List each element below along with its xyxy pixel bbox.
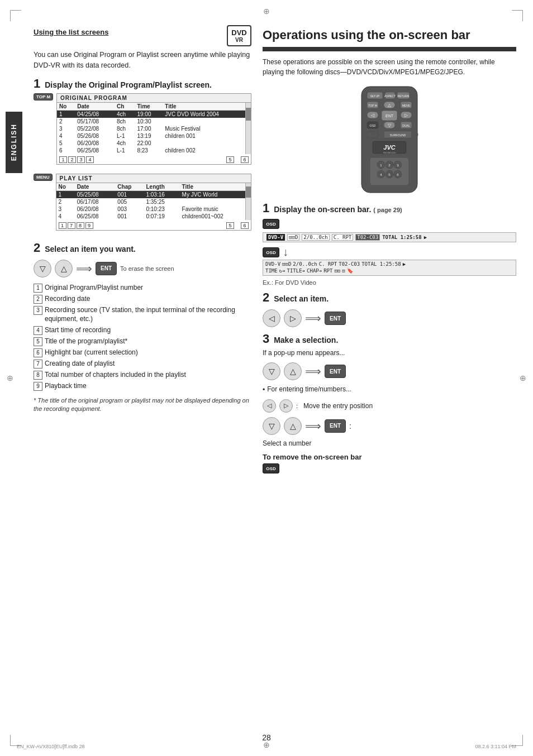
item-num-2: 2 (34, 295, 42, 304)
pl-r4-title: children001~002 (180, 213, 251, 220)
pl-scrollbar-thumb[interactable] (246, 186, 251, 198)
pl-scrollbar[interactable] (245, 183, 251, 220)
down-arrow-button[interactable]: ▽ (34, 260, 51, 277)
enter-button[interactable]: ENT (96, 262, 117, 275)
pl-r3-chap: 003 (115, 205, 144, 213)
up-arrow-select[interactable]: △ (284, 417, 302, 435)
up-arrow-button-3[interactable]: △ (284, 362, 302, 380)
right-step3-text: Make a selection. (274, 336, 338, 344)
colon-separator: : (296, 403, 298, 409)
op-col-title: Title (163, 103, 251, 111)
op-row-6[interactable]: 6 06/25/08 L-1 8:23 children 002 (57, 147, 251, 154)
bar-row-bottom: TIME ↻➔ TITLE➔ CHAP➔ RPT ⊡⊡ ⊡ 🔖 (265, 267, 513, 274)
enter-button-3[interactable]: ENT (325, 365, 346, 378)
op-r6-no: 6 (57, 147, 75, 154)
left-arrow-entry[interactable]: ◁ (263, 399, 276, 413)
playlist-wrapper: PLAY LIST No Date Chap Length Title (56, 174, 251, 231)
dvdv-label-1: DVD-V (266, 234, 285, 241)
op-col-time: Time (135, 103, 163, 111)
step1-page-ref: ( page 29) (373, 207, 402, 213)
bar-icon1-2: ⊡⊡D (282, 261, 291, 267)
bar-icon3: ⊡⊡ (334, 268, 340, 274)
op-r3-ch: 8ch (115, 125, 135, 132)
op-row-5[interactable]: 5 06/20/08 4ch 22:00 (57, 140, 251, 147)
op-scrollbar[interactable] (245, 103, 251, 154)
down-arrow-select[interactable]: ▽ (263, 417, 280, 435)
right-step3-number: 3 (263, 332, 269, 346)
menu-button[interactable]: MENU (34, 174, 53, 181)
bar-title[interactable]: TITLE➔ (287, 268, 306, 274)
bar-chap[interactable]: CHAP➔ (307, 268, 322, 274)
topm-button[interactable]: TOP M (34, 93, 53, 101)
op-r6-title: children 002 (163, 147, 251, 154)
op-r6-time: 8:23 (135, 147, 163, 154)
op-col-date: Date (75, 103, 115, 111)
enter-button-2[interactable]: ENT (325, 312, 346, 325)
pl-r2-date: 06/17/08 (75, 198, 116, 205)
item-num-9: 9 (34, 382, 42, 391)
op-nav-2: 2 (68, 156, 76, 163)
op-r4-no: 4 (57, 132, 75, 140)
op-col-ch: Ch (115, 103, 135, 111)
item-text-3: Recording source (TV station, the input … (45, 305, 251, 324)
right-arrow-button-2[interactable]: ▷ (284, 309, 302, 327)
pl-row-2[interactable]: 2 06/17/08 005 1:35:25 (56, 198, 251, 205)
arrow-right-icon-2: ⟹ (305, 312, 321, 325)
op-r5-no: 5 (57, 140, 75, 147)
ex-label: Ex.: For DVD Video (263, 279, 516, 286)
bar-bookmark[interactable]: 🔖 (347, 268, 353, 274)
footnote-text: * The title of the original program or p… (34, 396, 251, 414)
op-table-relative: No Date Ch Time Title 1 (57, 103, 251, 154)
op-row-2[interactable]: 2 05/17/08 8ch 10:30 (57, 118, 251, 125)
down-arrow-button-3[interactable]: ▽ (263, 362, 280, 380)
step1-text: Display the Original Program/Playlist sc… (45, 80, 212, 89)
pl-row-1[interactable]: 1 05/25/08 001 1:03:16 My JVC World (56, 190, 251, 198)
svg-text:ENT: ENT (386, 114, 394, 118)
op-r3-title: Music Festival (163, 125, 251, 132)
right-arrow-entry[interactable]: ▷ (279, 399, 293, 413)
op-nav-numbers: 1 2 3 4 5 6 (57, 155, 251, 164)
pl-r4-no: 4 (56, 213, 75, 220)
list-item-3: 3 Recording source (TV station, the inpu… (34, 305, 251, 324)
right-intro-text: These operations are possible on the scr… (263, 57, 516, 77)
pl-r2-title (180, 198, 251, 205)
item-num-4: 4 (34, 326, 42, 335)
pl-row-4[interactable]: 4 06/25/08 001 0:07:19 children001~002 (56, 213, 251, 220)
remote-svg: SETUP ASPECT RETURN TOP M △ MENU ◁ ENT ▷ (353, 84, 426, 195)
onscreen-bar-extended: DVD-V ⊡⊡D 2/0..0ch C. RPT T02-C03 TOTAL … (263, 260, 516, 276)
item-text-9: Playback time (45, 381, 87, 391)
op-r4-date: 05/26/08 (75, 132, 115, 140)
numbered-items-list: 1 Original Program/Playlist number 2 Rec… (34, 283, 251, 391)
op-row-1[interactable]: 1 04/25/08 4ch 19:00 JVC DVD World 2004 (57, 110, 251, 118)
list-item-4: 4 Start time of recording (34, 326, 251, 335)
pl-col-chap: Chap (115, 183, 144, 191)
op-row-3[interactable]: 3 05/22/08 8ch 17:00 Music Festival (57, 125, 251, 132)
bar-rpt[interactable]: RPT (323, 268, 332, 274)
osd-button-2[interactable]: OSD (263, 247, 279, 258)
pl-row-3[interactable]: 3 06/20/08 003 0:10:23 Favorite music (56, 205, 251, 213)
enter-button-4[interactable]: ENT (325, 419, 346, 433)
bar-row-top: DVD-V ⊡⊡D 2/0..0ch C. RPT T02-C03 TOTAL … (265, 261, 513, 267)
up-arrow-button[interactable]: △ (55, 260, 73, 277)
pl-nav-7: 7 (68, 222, 75, 229)
compass-right: ⊕ (520, 374, 526, 382)
pl-r1-title: My JVC World (180, 190, 251, 198)
op-nav-5: 5 (226, 156, 234, 163)
op-row-4[interactable]: 4 05/26/08 L-1 13:19 children 001 (57, 132, 251, 140)
corner-mark-tr (512, 10, 523, 21)
pl-nav-9: 9 (85, 222, 93, 229)
item-num-1: 1 (34, 284, 42, 293)
pl-r3-length: 0:10:23 (144, 205, 179, 213)
right-step1-number: 1 (263, 201, 269, 215)
osd-button-remove[interactable]: OSD (263, 463, 279, 473)
op-scrollbar-thumb[interactable] (246, 108, 251, 121)
step2-number: 2 (34, 241, 40, 255)
pl-r2-no: 2 (56, 198, 75, 205)
left-arrow-button-2[interactable]: ◁ (263, 309, 280, 327)
item-text-4: Start time of recording (45, 326, 111, 335)
op-r4-ch: L-1 (115, 132, 135, 140)
playlist-table-wrapper: PLAY LIST No Date Chap Length Title (56, 174, 251, 231)
bar-loop[interactable]: ↻➔ (279, 268, 285, 274)
bar-time[interactable]: TIME (265, 268, 278, 274)
osd-button-1[interactable]: OSD (263, 219, 279, 229)
